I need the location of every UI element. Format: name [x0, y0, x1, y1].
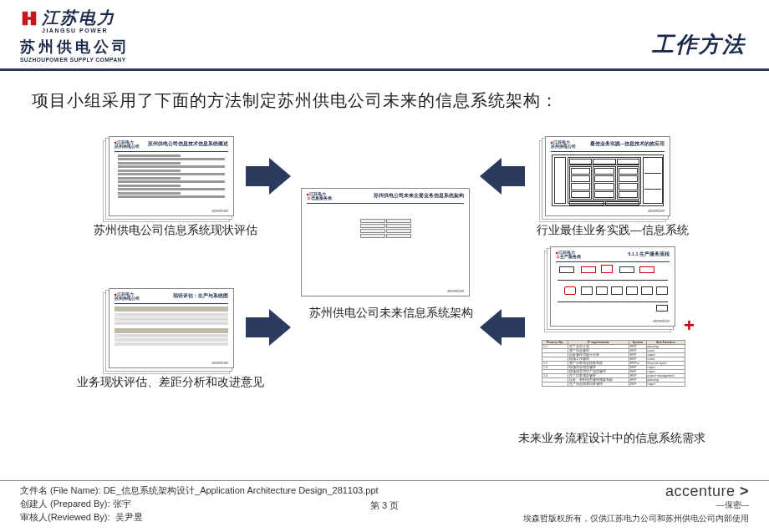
creator-value: 张宇: [113, 499, 131, 509]
svg-marker-3: [480, 309, 525, 346]
copyright-note: 埃森哲版权所有，仅供江苏电力公司和苏州供电公司内部使用: [523, 513, 749, 524]
caption-center: 苏州供电公司未来信息系统架构: [309, 306, 473, 321]
page-number: 第 3 页: [370, 499, 399, 512]
method-diagram: ■江苏电力苏州供电公司 苏州供电公司信息技术信息系统概述 accenture 苏…: [0, 121, 769, 455]
caption-top-left: 苏州供电公司信息系统现状评估: [94, 223, 257, 238]
svg-marker-0: [246, 158, 291, 195]
arrow-left-icon: [480, 309, 525, 346]
svg-marker-2: [480, 158, 525, 195]
plus-icon: +: [684, 315, 695, 337]
thumb-bottom-left: ■江苏电力苏州供电公司 现状评估：生产与系统图 accenture: [109, 288, 234, 368]
accenture-logo: accenture >: [523, 483, 749, 500]
arrow-right-icon: [246, 309, 291, 346]
thumb-table: Process No.IT requirementsSystemSub-Func…: [542, 340, 685, 387]
svg-marker-1: [246, 309, 291, 346]
thumb-flow-title: 5.1.1 生产服务流程: [628, 251, 670, 257]
thumb-flow: ■江苏电力☆生产服务类 5.1.1 生产服务流程 accen: [550, 246, 675, 327]
slide-footer: 文件名 (File Name): DE_信息系统架构设计_Application…: [0, 480, 769, 532]
confidential-tag: —保密—: [523, 500, 749, 511]
caption-bottom-right: 未来业务流程设计中的信息系统需求: [518, 431, 705, 446]
reviewer-value: 吴尹昱: [115, 512, 143, 522]
thumb-top-left: ■江苏电力苏州供电公司 苏州供电公司信息技术信息系统概述 accenture: [109, 136, 234, 216]
company-name-en: SUZHOUPOWER SUPPLY COMPANY: [20, 57, 130, 63]
logo-block: 江苏电力 JIANGSU POWER 苏州供电公司 SUZHOUPOWER SU…: [20, 7, 130, 63]
jiangsu-power-logo-icon: [20, 9, 38, 28]
creator-label: 创建人 (Prepared By):: [20, 498, 110, 511]
slide-header: 江苏电力 JIANGSU POWER 苏州供电公司 SUZHOUPOWER SU…: [0, 0, 769, 71]
arrow-left-icon: [480, 158, 525, 195]
caption-top-right: 行业最佳业务实践—信息系统: [537, 223, 689, 238]
thumb-top-left-title: 苏州供电公司信息技术信息系统概述: [148, 141, 228, 147]
thumb-center-title: 苏州供电公司未来主要业务信息系统架构: [374, 193, 464, 199]
thumb-center: ■江苏电力☆信息服务类 苏州供电公司未来主要业务信息系统架构 accenture: [301, 188, 470, 296]
thumb-top-right: ■江苏电力苏州供电公司 最佳业务实践—信息技术的效应用: [545, 136, 670, 216]
brand-name-en: JIANGSU POWER: [42, 28, 130, 33]
brand-name-cn: 江苏电力: [42, 7, 115, 29]
reviewer-label: 审核人(Reviewed By):: [20, 511, 110, 524]
thumb-bottom-left-title: 现状评估：生产与系统图: [173, 293, 228, 299]
arrow-right-icon: [246, 158, 291, 195]
page-title: 工作方法: [652, 30, 746, 59]
file-label: 文件名 (File Name):: [20, 484, 101, 498]
caption-bottom-left: 业务现状评估、差距分析和改进意见: [77, 375, 264, 390]
intro-text: 项目小组采用了下面的方法制定苏州供电公司未来的信息系统架构：: [32, 89, 769, 112]
thumb-footer-brand: accenture: [211, 209, 228, 213]
company-name-cn: 苏州供电公司: [20, 37, 130, 57]
file-value: DE_信息系统架构设计_Application Architecture Des…: [104, 485, 379, 495]
thumb-top-right-title: 最佳业务实践—信息技术的效应用: [590, 141, 665, 147]
